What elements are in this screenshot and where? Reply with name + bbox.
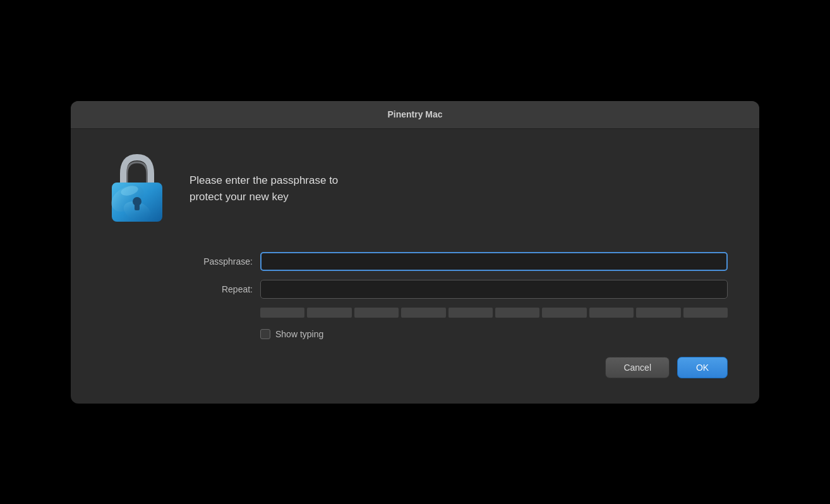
show-typing-row: Show typing xyxy=(260,329,728,339)
top-section: Please enter the passphrase to protect y… xyxy=(102,148,728,230)
repeat-row: Repeat: xyxy=(189,280,728,299)
dialog-body: Please enter the passphrase to protect y… xyxy=(71,129,759,404)
message-line2: protect your new key xyxy=(189,191,289,203)
repeat-input[interactable] xyxy=(260,280,728,299)
strength-segment-2 xyxy=(307,308,351,318)
passphrase-input[interactable] xyxy=(260,252,728,271)
strength-segment-10 xyxy=(683,308,728,318)
strength-segment-8 xyxy=(589,308,634,318)
strength-segment-6 xyxy=(495,308,539,318)
cancel-button[interactable]: Cancel xyxy=(605,357,670,378)
dialog-title: Pinentry Mac xyxy=(387,109,442,119)
repeat-label: Repeat: xyxy=(189,284,253,294)
svg-rect-5 xyxy=(135,203,140,210)
pinentry-dialog: Pinentry Mac xyxy=(71,101,759,404)
show-typing-label[interactable]: Show typing xyxy=(275,329,323,339)
ok-button[interactable]: OK xyxy=(677,357,728,378)
strength-segment-7 xyxy=(542,308,586,318)
message-line1: Please enter the passphrase to xyxy=(189,174,338,186)
strength-segment-5 xyxy=(448,308,493,318)
strength-segment-3 xyxy=(354,308,399,318)
strength-bars xyxy=(260,308,728,318)
strength-bar-row xyxy=(260,308,728,318)
strength-segment-4 xyxy=(401,308,445,318)
strength-segment-1 xyxy=(260,308,304,318)
buttons-row: Cancel OK xyxy=(102,357,728,378)
passphrase-row: Passphrase: xyxy=(189,252,728,271)
show-typing-checkbox[interactable] xyxy=(260,329,270,339)
passphrase-label: Passphrase: xyxy=(189,256,253,267)
titlebar: Pinentry Mac xyxy=(71,101,759,129)
strength-segment-9 xyxy=(636,308,680,318)
lock-icon xyxy=(105,151,169,227)
form-section: Passphrase: Repeat: xyxy=(189,252,728,339)
lock-icon-container xyxy=(102,148,172,230)
message-text: Please enter the passphrase to protect y… xyxy=(189,172,338,205)
